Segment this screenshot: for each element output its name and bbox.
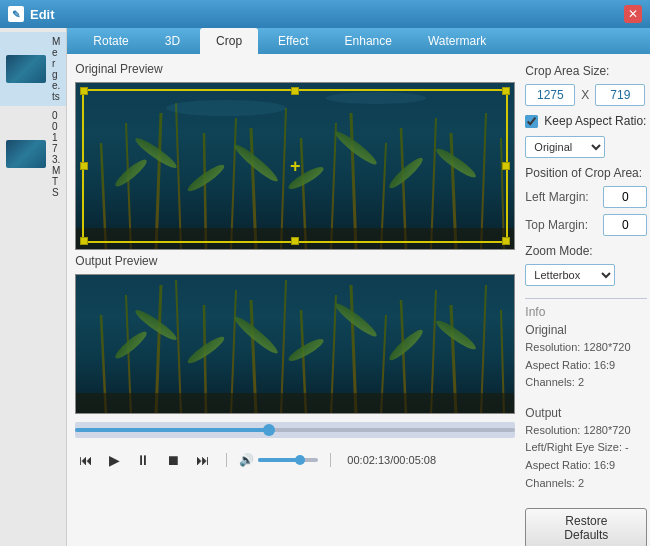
original-resolution: Resolution: 1280*720 [525, 339, 647, 357]
main-container: Merge.ts 00173.MTS Rotate 3D Crop Effect… [0, 28, 650, 546]
volume-fill [258, 458, 300, 462]
sidebar: Merge.ts 00173.MTS [0, 28, 67, 546]
time-display: 00:02:13/00:05:08 [347, 454, 436, 466]
volume-slider[interactable] [258, 458, 318, 462]
restore-defaults-button[interactable]: Restore Defaults [525, 508, 647, 546]
output-resolution: Resolution: 1280*720 [525, 422, 647, 440]
output-info-section: Output Resolution: 1280*720 Left/Right E… [525, 406, 647, 492]
output-aspect: Aspect Ratio: 16:9 [525, 457, 647, 475]
svg-rect-29 [76, 275, 514, 413]
crop-size-title: Crop Area Size: [525, 64, 647, 78]
left-margin-input[interactable] [603, 186, 647, 208]
left-margin-row: Left Margin: [525, 186, 647, 208]
pause-button[interactable]: ⏸ [132, 450, 154, 470]
controls-divider [226, 453, 227, 467]
crop-size-row: X [525, 84, 647, 106]
svg-rect-26 [76, 228, 514, 249]
x-separator: X [581, 88, 589, 102]
original-info-title: Original [525, 323, 647, 337]
scrubber-fill [75, 428, 269, 432]
sidebar-item-mts[interactable]: 00173.MTS [0, 106, 66, 202]
aspect-dropdown[interactable]: Original 16:9 4:3 1:1 [525, 136, 605, 158]
output-preview-label: Output Preview [75, 254, 515, 268]
scrubber-thumb[interactable] [263, 424, 275, 436]
original-preview-label: Original Preview [75, 62, 515, 76]
zoom-title: Zoom Mode: [525, 244, 647, 258]
top-margin-input[interactable] [603, 214, 647, 236]
zoom-section: Zoom Mode: Letterbox Pan&Scan Full [525, 244, 647, 286]
stop-button[interactable]: ⏹ [162, 450, 184, 470]
sidebar-thumb-mts [6, 140, 46, 168]
playback-controls: ⏮ ▶ ⏸ ⏹ ⏭ 🔊 00:02:13/00:05:08 [75, 446, 515, 474]
tab-3d[interactable]: 3D [149, 28, 196, 54]
tab-watermark[interactable]: Watermark [412, 28, 502, 54]
output-channels: Channels: 2 [525, 475, 647, 493]
content-body: Original Preview [67, 54, 650, 546]
tab-bar: Rotate 3D Crop Effect Enhance Watermark [67, 28, 650, 54]
aspect-dropdown-row: Original 16:9 4:3 1:1 [525, 136, 647, 158]
tab-effect[interactable]: Effect [262, 28, 324, 54]
original-preview-box: + [75, 82, 515, 250]
sidebar-label-merge: Merge.ts [52, 36, 60, 102]
close-window-button[interactable]: ✕ [624, 5, 642, 23]
title-bar-left: ✎ Edit [8, 6, 55, 22]
volume-icon: 🔊 [239, 453, 254, 467]
crop-width-input[interactable] [525, 84, 575, 106]
crop-height-input[interactable] [595, 84, 645, 106]
content-area: Rotate 3D Crop Effect Enhance Watermark … [67, 28, 650, 546]
original-video: + [76, 83, 514, 249]
crop-size-section: Crop Area Size: X [525, 64, 647, 106]
keep-aspect-label: Keep Aspect Ratio: [544, 114, 646, 128]
original-aspect: Aspect Ratio: 16:9 [525, 357, 647, 375]
title-bar: ✎ Edit ✕ [0, 0, 650, 28]
sidebar-item-merge[interactable]: Merge.ts [0, 32, 66, 106]
info-section: Info Original Resolution: 1280*720 Aspec… [525, 298, 647, 392]
svg-rect-55 [76, 393, 514, 413]
keep-aspect-checkbox[interactable] [525, 115, 538, 128]
play-button[interactable]: ▶ [105, 450, 124, 470]
edit-icon: ✎ [8, 6, 24, 22]
tab-enhance[interactable]: Enhance [329, 28, 408, 54]
output-video [76, 275, 514, 413]
restore-defaults-area: Restore Defaults [525, 500, 647, 546]
top-margin-label: Top Margin: [525, 218, 595, 232]
left-margin-label: Left Margin: [525, 190, 595, 204]
skip-back-button[interactable]: ⏮ [75, 450, 97, 470]
scrubber[interactable] [75, 422, 515, 438]
volume-thumb[interactable] [295, 455, 305, 465]
controls-divider2 [330, 453, 331, 467]
svg-point-27 [166, 100, 286, 116]
output-eye: Left/Right Eye Size: - [525, 439, 647, 457]
keep-aspect-row: Keep Aspect Ratio: [525, 114, 647, 128]
crop-position-section: Position of Crop Area: Left Margin: Top … [525, 166, 647, 236]
position-title: Position of Crop Area: [525, 166, 647, 180]
original-channels: Channels: 2 [525, 374, 647, 392]
output-preview-box [75, 274, 515, 414]
skip-forward-button[interactable]: ⏭ [192, 450, 214, 470]
sidebar-label-mts: 00173.MTS [52, 110, 60, 198]
tab-crop[interactable]: Crop [200, 28, 258, 54]
svg-point-28 [326, 92, 426, 104]
window-title: Edit [30, 7, 55, 22]
volume-area: 🔊 [239, 453, 318, 467]
top-margin-row: Top Margin: [525, 214, 647, 236]
original-video-art [76, 83, 514, 249]
output-info-title: Output [525, 406, 647, 420]
info-title: Info [525, 305, 647, 319]
right-panel: Crop Area Size: X Keep Aspect Ratio: Ori… [525, 62, 647, 546]
sidebar-thumb-merge [6, 55, 46, 83]
tab-rotate[interactable]: Rotate [77, 28, 144, 54]
preview-area: Original Preview [75, 62, 515, 546]
output-video-art [76, 275, 514, 413]
scrubber-track [75, 428, 515, 432]
zoom-dropdown[interactable]: Letterbox Pan&Scan Full [525, 264, 615, 286]
